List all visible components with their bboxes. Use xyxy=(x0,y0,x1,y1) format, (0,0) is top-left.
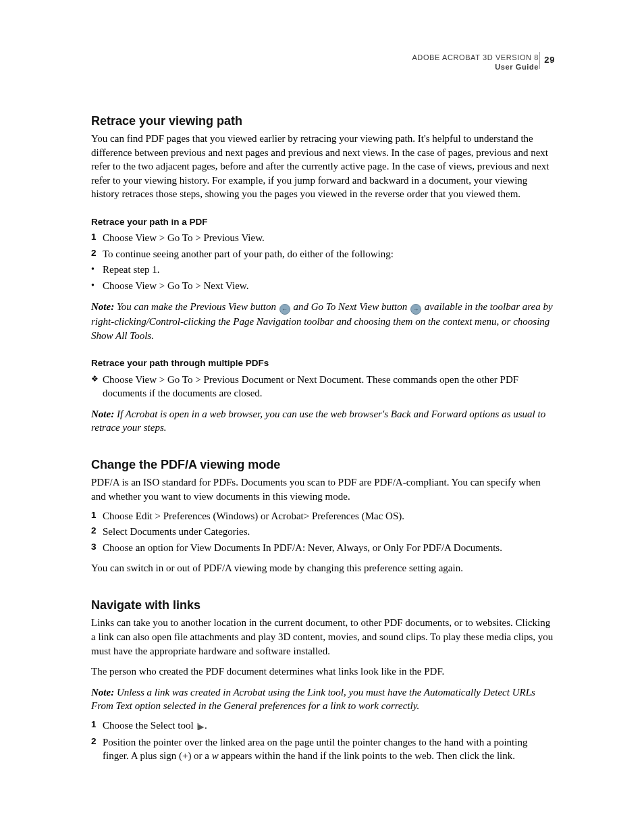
list-item: 2 To continue seeing another part of you… xyxy=(91,247,554,261)
text-fragment: Choose the Select tool xyxy=(103,720,196,731)
list-text: Choose the Select tool I►. xyxy=(103,719,207,733)
note-label: Note: xyxy=(91,301,114,312)
list-item: • Choose View > Go To > Next View. xyxy=(91,279,554,293)
list-text: Position the pointer over the linked are… xyxy=(103,735,554,763)
note-label: Note: xyxy=(91,687,114,698)
list-item: 1 Choose the Select tool I►. xyxy=(91,719,554,733)
note-text: If Acrobat is open in a web browser, you… xyxy=(91,409,545,434)
paragraph: The person who created the PDF document … xyxy=(91,664,554,679)
note-paragraph: Note: Unless a link was created in Acrob… xyxy=(91,685,554,713)
list-item: ❖ Choose View > Go To > Previous Documen… xyxy=(91,373,554,400)
list-number: 3 xyxy=(91,541,103,555)
header-product: ADOBE ACROBAT 3D VERSION 8 xyxy=(91,53,539,63)
list-item: 3 Choose an option for View Documents In… xyxy=(91,541,554,555)
list-item: 1 Choose Edit > Preferences (Windows) or… xyxy=(91,509,554,523)
list-text: Choose View > Go To > Previous View. xyxy=(103,231,265,245)
text-fragment: appears within the hand if the link poin… xyxy=(219,750,515,761)
list-item: 2 Select Documents under Categories. xyxy=(91,525,554,539)
page-number: 29 xyxy=(539,52,555,69)
page-content: ADOBE ACROBAT 3D VERSION 8 User Guide 29… xyxy=(91,53,554,765)
bullet-icon: • xyxy=(91,263,103,277)
list-number: 2 xyxy=(91,525,103,539)
paragraph: PDF/A is an ISO standard for PDFs. Docum… xyxy=(91,475,554,503)
heading-retrace-path: Retrace your viewing path xyxy=(91,113,554,130)
list-text: Choose View > Go To > Next View. xyxy=(103,279,248,293)
select-tool-icon: I► xyxy=(196,721,203,733)
text-fragment: w xyxy=(212,750,219,761)
list-text: To continue seeing another part of your … xyxy=(103,247,394,261)
list-number: 2 xyxy=(91,735,103,763)
list-text: Choose an option for View Documents In P… xyxy=(103,541,502,555)
list-number: 1 xyxy=(91,719,103,733)
header-doc-type: User Guide xyxy=(91,63,539,72)
list-number: 1 xyxy=(91,509,103,523)
list-item: 2 Position the pointer over the linked a… xyxy=(91,735,554,763)
diamond-icon: ❖ xyxy=(91,373,103,400)
bullet-icon: • xyxy=(91,279,103,293)
paragraph: You can find PDF pages that you viewed e… xyxy=(91,132,554,201)
subheading-retrace-pdf: Retrace your path in a PDF xyxy=(91,216,554,228)
note-paragraph: Note: If Acrobat is open in a web browse… xyxy=(91,407,554,435)
list-number: 1 xyxy=(91,231,103,245)
text-fragment: . xyxy=(205,720,207,731)
list-text: Repeat step 1. xyxy=(103,263,160,277)
list-number: 2 xyxy=(91,247,103,261)
note-text: and Go To Next View button xyxy=(291,301,410,312)
note-text: You can make the Previous View button xyxy=(117,301,279,312)
note-label: Note: xyxy=(91,409,114,419)
next-view-icon: → xyxy=(410,304,421,315)
list-item: 1 Choose View > Go To > Previous View. xyxy=(91,231,554,245)
subheading-retrace-multiple: Retrace your path through multiple PDFs xyxy=(91,357,554,369)
paragraph: Links can take you to another location i… xyxy=(91,616,554,658)
paragraph: You can switch in or out of PDF/A viewin… xyxy=(91,561,554,575)
body-content: Retrace your viewing path You can find P… xyxy=(91,113,554,763)
list-text: Choose Edit > Preferences (Windows) or A… xyxy=(103,509,404,523)
note-text: Unless a link was created in Acrobat usi… xyxy=(91,687,535,712)
note-paragraph: Note: You can make the Previous View but… xyxy=(91,300,554,343)
heading-pdfa-mode: Change the PDF/A viewing mode xyxy=(91,457,554,473)
running-header: ADOBE ACROBAT 3D VERSION 8 User Guide 29 xyxy=(91,53,554,72)
previous-view-icon: ← xyxy=(279,304,290,315)
heading-navigate-links: Navigate with links xyxy=(91,597,554,614)
list-text: Select Documents under Categories. xyxy=(103,525,250,539)
list-item: • Repeat step 1. xyxy=(91,263,554,277)
list-text: Choose View > Go To > Previous Document … xyxy=(103,373,554,400)
